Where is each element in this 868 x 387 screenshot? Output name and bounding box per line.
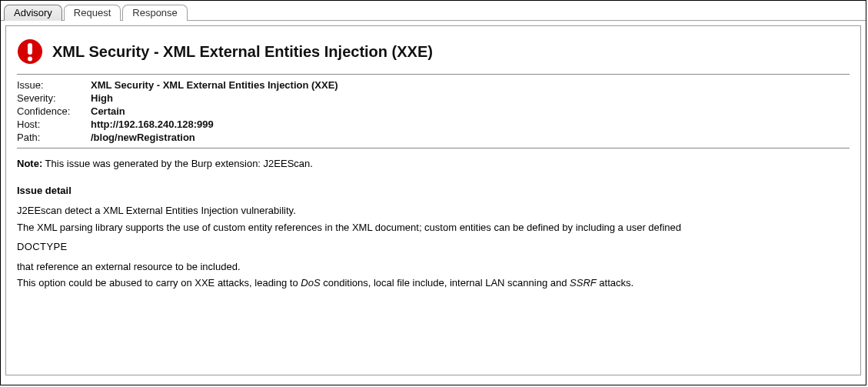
meta-severity-value: High bbox=[91, 92, 850, 104]
detail-line-5c: attacks. bbox=[597, 277, 634, 289]
meta-host-value: http://192.168.240.128:999 bbox=[91, 118, 850, 130]
meta-confidence-value: Certain bbox=[91, 105, 850, 117]
meta-path-value: /blog/newRegistration bbox=[91, 132, 850, 143]
svg-point-2 bbox=[28, 57, 32, 62]
page-title: XML Security - XML External Entities Inj… bbox=[52, 43, 433, 61]
term-ssrf: SSRF bbox=[570, 277, 597, 289]
content-outer: XML Security - XML External Entities Inj… bbox=[1, 21, 866, 380]
alert-icon bbox=[17, 38, 43, 65]
title-row: XML Security - XML External Entities Inj… bbox=[17, 38, 850, 65]
term-dos: DoS bbox=[301, 277, 320, 289]
note-text: This issue was generated by the Burp ext… bbox=[42, 158, 313, 169]
meta-confidence-label: Confidence: bbox=[17, 105, 88, 117]
detail-line-4: that reference an external resource to b… bbox=[17, 260, 850, 274]
svg-rect-1 bbox=[28, 43, 32, 55]
tab-response[interactable]: Response bbox=[122, 5, 188, 21]
detail-line-5b: conditions, local file include, internal… bbox=[321, 277, 570, 289]
detail-line-5: This option could be abused to carry on … bbox=[17, 276, 850, 290]
note-prefix: Note: bbox=[17, 158, 42, 169]
divider-bottom bbox=[17, 148, 850, 148]
issue-detail-heading: Issue detail bbox=[17, 185, 850, 196]
issue-detail-body: J2EEscan detect a XML External Entities … bbox=[17, 204, 850, 290]
meta-grid: Issue: XML Security - XML External Entit… bbox=[17, 79, 850, 143]
advisory-panel: XML Security - XML External Entities Inj… bbox=[5, 25, 861, 375]
detail-line-5a: This option could be abused to carry on … bbox=[17, 277, 301, 289]
detail-doctype: DOCTYPE bbox=[17, 240, 850, 254]
tab-advisory[interactable]: Advisory bbox=[4, 5, 62, 21]
detail-line-1: J2EEscan detect a XML External Entities … bbox=[17, 204, 850, 218]
detail-line-2: The XML parsing library supports the use… bbox=[17, 221, 850, 235]
advisory-window: Advisory Request Response XML Security -… bbox=[0, 0, 866, 385]
meta-issue-value: XML Security - XML External Entities Inj… bbox=[91, 79, 850, 91]
meta-issue-label: Issue: bbox=[17, 79, 88, 91]
meta-path-label: Path: bbox=[17, 132, 88, 143]
tab-bar: Advisory Request Response bbox=[1, 3, 866, 21]
tab-request[interactable]: Request bbox=[64, 5, 121, 21]
note-line: Note: This issue was generated by the Bu… bbox=[17, 158, 850, 169]
meta-host-label: Host: bbox=[17, 118, 88, 130]
divider-top bbox=[17, 74, 850, 75]
meta-severity-label: Severity: bbox=[17, 92, 88, 104]
